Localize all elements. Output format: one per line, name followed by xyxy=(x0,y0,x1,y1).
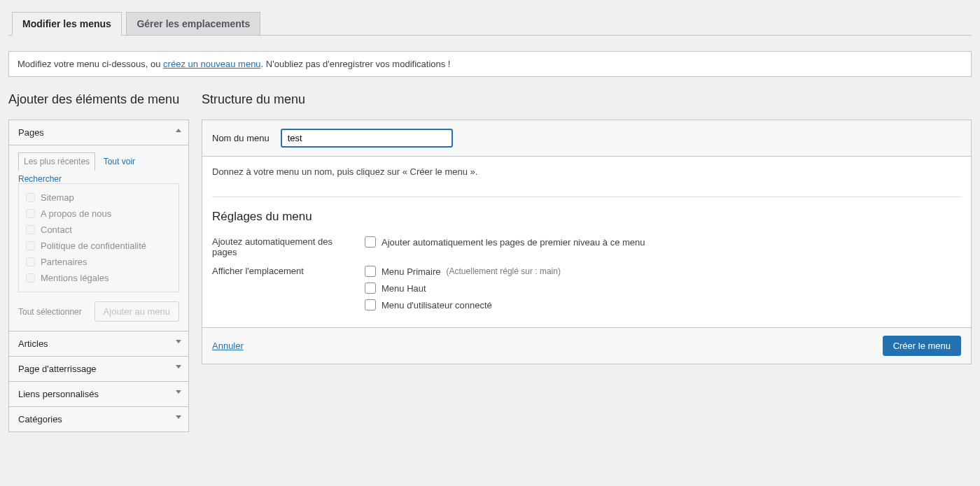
add-elements-title: Ajouter des éléments de menu xyxy=(8,92,189,107)
accordion: Pages Les plus récentes Tout voir Recher… xyxy=(8,120,189,432)
subtab-recent[interactable]: Les plus récentes xyxy=(18,152,95,171)
auto-add-checkbox[interactable] xyxy=(365,236,376,248)
page-checkbox[interactable] xyxy=(26,193,35,202)
display-location-label: Afficher l'emplacement xyxy=(212,264,351,276)
list-item[interactable]: Partenaires xyxy=(26,254,172,270)
menu-name-input[interactable] xyxy=(281,129,453,148)
auto-add-option[interactable]: Ajouter automatiquement les pages de pre… xyxy=(365,235,961,252)
page-checkbox[interactable] xyxy=(26,241,35,250)
nav-tabs: Modifier les menus Gérer les emplacement… xyxy=(8,8,972,36)
menu-name-label: Nom du menu xyxy=(212,133,270,143)
menu-editor: Nom du menu Donnez à votre menu un nom, … xyxy=(202,120,972,364)
create-menu-button[interactable]: Créer le menu xyxy=(883,336,961,356)
create-new-menu-link[interactable]: créez un nouveau menu xyxy=(163,59,260,69)
location-logged-text: Menu d'utilisateur connecté xyxy=(382,300,492,310)
accordion-custom-links-header[interactable]: Liens personnalisés xyxy=(9,382,188,406)
list-item[interactable]: Contact xyxy=(26,222,172,238)
accordion-landing-label: Page d'atterrissage xyxy=(18,364,97,374)
pages-checklist: Sitemap A propos de nous Contact Politiq… xyxy=(18,183,179,292)
page-label: Mentions légales xyxy=(41,273,109,283)
chevron-down-icon xyxy=(176,390,181,394)
location-top-checkbox[interactable] xyxy=(365,283,376,294)
location-primary-hint: (Actuellement réglé sur : main) xyxy=(447,266,561,276)
select-all-link[interactable]: Tout sélectionner xyxy=(18,307,82,317)
accordion-landing-header[interactable]: Page d'atterrissage xyxy=(9,357,188,381)
notice-prefix: Modifiez votre menu ci-dessous, ou xyxy=(18,59,163,69)
menu-settings-title: Réglages du menu xyxy=(212,210,961,224)
accordion-custom-links-label: Liens personnalisés xyxy=(18,389,99,399)
page-checkbox[interactable] xyxy=(26,225,35,234)
chevron-down-icon xyxy=(176,415,181,419)
accordion-categories-header[interactable]: Catégories xyxy=(9,407,188,431)
auto-add-label: Ajoutez automatiquement des pages xyxy=(212,235,351,257)
page-label: Contact xyxy=(41,224,72,235)
list-item[interactable]: Mentions légales xyxy=(26,270,172,286)
accordion-pages-body: Les plus récentes Tout voir Rechercher S… xyxy=(9,145,188,331)
chevron-down-icon xyxy=(176,340,181,343)
list-item[interactable]: Politique de confidentialité xyxy=(26,238,172,254)
page-checkbox[interactable] xyxy=(26,273,35,283)
location-top-text: Menu Haut xyxy=(382,283,426,294)
auto-add-option-text: Ajouter automatiquement les pages de pre… xyxy=(382,237,645,248)
location-primary[interactable]: Menu Primaire (Actuellement réglé sur : … xyxy=(365,264,961,281)
tab-manage-locations[interactable]: Gérer les emplacements xyxy=(126,12,260,36)
accordion-articles-header[interactable]: Articles xyxy=(9,331,188,356)
location-primary-text: Menu Primaire xyxy=(382,266,441,277)
accordion-articles-label: Articles xyxy=(18,338,48,349)
menu-editor-footer: Annuler Créer le menu xyxy=(202,327,971,364)
chevron-up-icon xyxy=(176,129,181,132)
location-logged[interactable]: Menu d'utilisateur connecté xyxy=(365,298,961,315)
page-checkbox[interactable] xyxy=(26,257,35,266)
page-label: Politique de confidentialité xyxy=(41,241,146,251)
subtab-view-all[interactable]: Tout voir xyxy=(98,152,141,171)
list-item[interactable]: Sitemap xyxy=(26,190,172,206)
notice-suffix: . N'oubliez pas d'enregistrer vos modifi… xyxy=(261,59,451,69)
edit-notice: Modifiez votre menu ci-dessous, ou créez… xyxy=(8,51,972,77)
subtab-search[interactable]: Rechercher xyxy=(18,174,62,184)
accordion-categories-label: Catégories xyxy=(18,414,62,424)
add-to-menu-button[interactable]: Ajouter au menu xyxy=(94,301,179,322)
divider xyxy=(212,196,961,197)
page-label: A propos de nous xyxy=(41,208,111,219)
cancel-link[interactable]: Annuler xyxy=(212,341,244,351)
page-label: Partenaires xyxy=(41,257,87,267)
location-primary-checkbox[interactable] xyxy=(365,266,376,277)
menu-help-text: Donnez à votre menu un nom, puis cliquez… xyxy=(212,166,961,177)
chevron-down-icon xyxy=(176,365,181,369)
location-top[interactable]: Menu Haut xyxy=(365,281,961,298)
accordion-pages-label: Pages xyxy=(18,127,44,138)
menu-editor-header: Nom du menu xyxy=(202,120,971,157)
structure-title: Structure du menu xyxy=(202,92,972,107)
tab-modify-menus[interactable]: Modifier les menus xyxy=(12,12,122,36)
page-checkbox[interactable] xyxy=(26,209,35,218)
page-label: Sitemap xyxy=(41,192,74,203)
location-logged-checkbox[interactable] xyxy=(365,299,376,310)
accordion-pages-header[interactable]: Pages xyxy=(9,120,188,145)
list-item[interactable]: A propos de nous xyxy=(26,206,172,222)
